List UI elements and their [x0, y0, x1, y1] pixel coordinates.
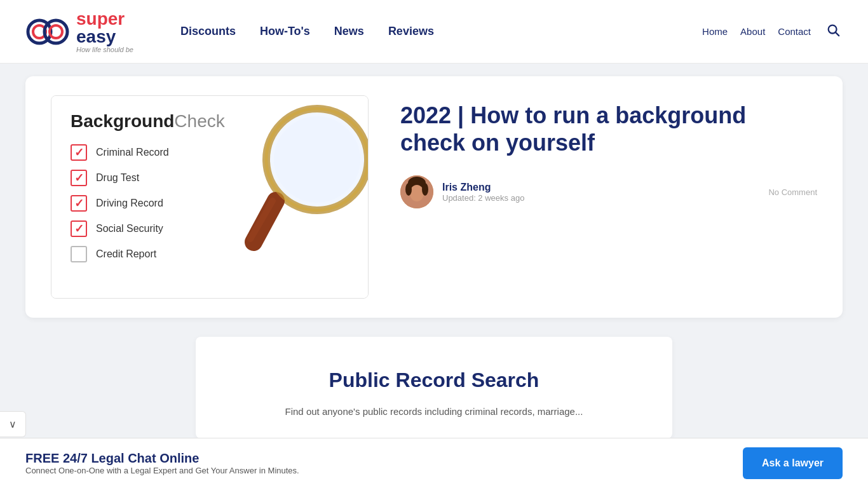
nav-contact[interactable]: Contact [778, 26, 811, 37]
author-avatar [400, 175, 433, 208]
check-item-criminal: ✓ Criminal Record [71, 144, 349, 161]
bottom-bar-text: FREE 24/7 Legal Chat Online Connect One-… [25, 451, 730, 470]
collapse-button[interactable]: ∨ [0, 411, 26, 437]
article-content: 2022 | How to run a background check on … [400, 95, 817, 215]
author-updated: Updated: 2 weeks ago [442, 193, 759, 203]
bottom-bar-title: FREE 24/7 Legal Chat Online [25, 451, 730, 466]
right-nav: Home About Contact [702, 20, 843, 43]
nav-home[interactable]: Home [702, 26, 728, 37]
chevron-down-icon: ∨ [9, 419, 17, 430]
author-avatar-img [400, 175, 433, 208]
search-icon [826, 23, 840, 37]
svg-point-2 [44, 20, 67, 43]
search-box-description: Find out anyone's public records includi… [221, 405, 647, 419]
nav-news[interactable]: News [325, 18, 373, 44]
check-item-drug: ✓ Drug Test [71, 170, 349, 186]
check-item-credit: Credit Report [71, 246, 349, 262]
svg-point-14 [405, 183, 412, 196]
check-item-driving: ✓ Driving Record [71, 195, 349, 212]
bottom-bar: FREE 24/7 Legal Chat Online Connect One-… [0, 438, 868, 470]
nav-howtos[interactable]: How-To's [251, 18, 319, 44]
author-name: Iris Zheng [442, 182, 759, 193]
search-box-title: Public Record Search [221, 369, 647, 392]
logo-brand-text: supereasy [76, 10, 133, 46]
search-box-section: Public Record Search Find out anyone's p… [196, 337, 672, 438]
svg-point-15 [422, 183, 428, 196]
ask-lawyer-button[interactable]: Ask a lawyer [743, 447, 843, 470]
article-card: BackgroundCheck ✓ Criminal Record ✓ Drug… [25, 76, 843, 318]
nav-discounts[interactable]: Discounts [172, 18, 245, 44]
search-button[interactable] [824, 20, 843, 43]
bg-check-title: BackgroundCheck [71, 111, 349, 132]
article-image: BackgroundCheck ✓ Criminal Record ✓ Drug… [51, 95, 369, 299]
svg-point-13 [410, 185, 424, 201]
check-item-social: ✓ Social Security [71, 220, 349, 237]
author-info: Iris Zheng Updated: 2 weeks ago [442, 182, 759, 203]
svg-line-5 [836, 32, 839, 36]
nav-about[interactable]: About [740, 26, 765, 37]
bottom-bar-description: Connect One-on-One with a Legal Expert a… [25, 466, 730, 470]
logo-icon [25, 13, 70, 51]
article-title: 2022 | How to run a background check on … [400, 102, 817, 156]
main-content: BackgroundCheck ✓ Criminal Record ✓ Drug… [0, 64, 868, 470]
logo-tagline: How life should be [76, 46, 133, 53]
logo[interactable]: supereasy How life should be [25, 10, 133, 53]
main-nav: Discounts How-To's News Reviews [172, 18, 702, 44]
author-row: Iris Zheng Updated: 2 weeks ago No Comme… [400, 175, 817, 208]
nav-reviews[interactable]: Reviews [379, 18, 443, 44]
site-header: supereasy How life should be Discounts H… [0, 0, 868, 64]
no-comment: No Comment [768, 187, 817, 197]
